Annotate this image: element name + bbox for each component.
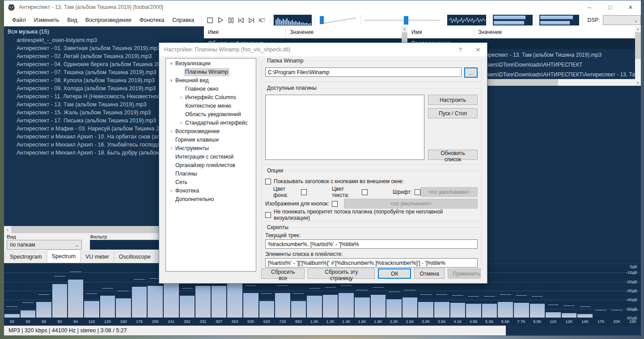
frequency-label: 850 (291, 318, 307, 326)
tree-leaf-dash: ·· (169, 161, 174, 170)
tab-vu-meter[interactable]: VU meter (80, 251, 114, 262)
visualization-tabs: SpectrogramSpectrumVU meterOscilloscope (4, 250, 175, 262)
show-title-checkbox[interactable] (265, 179, 271, 184)
button-images-default-button[interactable]: <по умолчанию> (344, 199, 478, 209)
tree-item-сеть[interactable]: ··Сеть (166, 178, 256, 187)
tree-item-горячие-клавиши[interactable]: ··Горячие клавиши (166, 136, 256, 144)
seek-handle[interactable] (404, 16, 408, 25)
tree-item-стандартный-интерфейс[interactable]: >Стандартный интерфейс (166, 119, 256, 127)
priority-checkbox[interactable] (265, 212, 271, 218)
pause-button[interactable] (226, 15, 236, 25)
location-vscrollbar[interactable]: ∧ ∨ (635, 26, 641, 86)
app-icon (8, 4, 15, 11)
help-button[interactable]: ? (451, 43, 469, 56)
button-images-checkbox[interactable] (332, 201, 338, 207)
tree-item-фонотека[interactable]: >Фонотека (166, 187, 256, 195)
tree-item-интерфейс-columns[interactable]: >Интерфейс Columns (166, 93, 256, 102)
spectrum-peak-indicator (341, 285, 352, 286)
view-dropdown[interactable]: по папкам ⌄ (7, 240, 82, 250)
tree-item-контекстное-меню[interactable]: ··Контекстное меню (166, 102, 256, 110)
tab-spectrogram[interactable]: Spectrogram (5, 251, 47, 262)
tree-item-инструменты[interactable]: >Инструменты (166, 144, 256, 153)
dsp-label: DSP: (588, 17, 600, 23)
scrollbar-thumb[interactable] (11, 226, 165, 233)
current-track-label: Текущий трек: (265, 232, 478, 239)
tree-item-визуализации[interactable]: ∨Визуализации (166, 59, 256, 68)
column-value[interactable]: Значение (474, 29, 502, 35)
font-default-button[interactable]: <по умолчанию> (420, 187, 478, 197)
tree-item-плагины[interactable]: ··Плагины (166, 170, 256, 178)
column-name[interactable]: Имя (407, 29, 474, 35)
menu-item-Файл[interactable]: Файл (8, 17, 30, 23)
scroll-down-icon[interactable]: ∨ (635, 80, 641, 86)
tree-item-воспроизведение[interactable]: >Воспроизведение (166, 127, 256, 136)
tree-item-главное-окно[interactable]: ··Главное окно (166, 85, 256, 93)
next-track-button[interactable] (246, 15, 257, 25)
configure-plugin-button[interactable]: Настроить (428, 95, 478, 105)
tree-leaf-dash: ·· (178, 102, 184, 110)
tree-collapsed-icon[interactable]: > (169, 144, 174, 153)
refresh-plugins-button[interactable]: Обновить список (428, 150, 478, 160)
tree-item-интеграция-с-системой[interactable]: ··Интеграция с системой (166, 153, 256, 161)
start-stop-plugin-button[interactable]: Пуск / Стоп (428, 108, 478, 118)
tree-collapsed-icon[interactable]: > (169, 127, 174, 136)
text-color-checkbox[interactable] (362, 189, 368, 195)
tree-label: Контекстное меню (184, 102, 233, 110)
tree-expanded-icon[interactable]: ∨ (169, 76, 174, 85)
menu-item-Изменить[interactable]: Изменить (30, 17, 63, 23)
db-axis-label: -60дБ (626, 315, 637, 320)
scroll-up-icon[interactable]: ∧ (635, 26, 641, 32)
font-checkbox[interactable] (415, 189, 420, 195)
column-name[interactable]: Имя (204, 29, 285, 35)
reset-all-button[interactable]: Сбросить все (261, 268, 305, 279)
tree-collapsed-icon[interactable]: > (178, 93, 184, 102)
frequency-label: 726 (275, 318, 291, 326)
tree-label: Горячие клавиши (174, 136, 220, 144)
menu-item-Воспроизведение[interactable]: Воспроизведение (81, 17, 136, 23)
apply-button[interactable]: Применить (448, 268, 481, 279)
seek-track[interactable] (364, 20, 441, 21)
scroll-left-icon[interactable]: ‹ (4, 227, 11, 232)
tree-item-органайзер-плейлистов[interactable]: ··Органайзер плейлистов (166, 161, 256, 170)
scroll-up-icon[interactable]: ∧ (402, 26, 407, 32)
tab-oscilloscope[interactable]: Oscilloscope (114, 251, 156, 262)
tree-collapsed-icon[interactable]: > (169, 187, 174, 195)
playlist-script-input[interactable] (265, 258, 478, 268)
tree-item-дополнительно[interactable]: ··Дополнительно (166, 195, 256, 204)
tree-collapsed-icon[interactable]: > (178, 119, 184, 127)
reset-page-button[interactable]: Сбросить эту страницу (308, 268, 375, 279)
winamp-folder-input[interactable] (265, 67, 462, 77)
volume-slider[interactable] (318, 15, 357, 25)
frequency-label: 331 (195, 318, 211, 326)
current-track-script-input[interactable] (265, 239, 478, 249)
spectrum-bar (355, 297, 370, 318)
cancel-button[interactable]: Отмена (414, 268, 445, 279)
ok-button[interactable]: ОК (378, 268, 411, 279)
minimize-button[interactable]: – (579, 0, 600, 14)
close-button[interactable]: ✕ (620, 0, 641, 14)
menu-item-Вид[interactable]: Вид (63, 17, 81, 23)
tree-item-внешний-вид[interactable]: ∨Внешний вид (166, 76, 256, 85)
tree-item-плагины-winamp[interactable]: ··Плагины Winamp (166, 68, 256, 76)
tree-item-область-уведомлений[interactable]: ··Область уведомлений (166, 110, 256, 119)
db-axis-label: -20дБ (626, 279, 637, 284)
play-button[interactable] (215, 15, 225, 25)
column-value[interactable]: Значение (286, 29, 314, 35)
library-root[interactable]: Вся музыка (15) (4, 28, 204, 36)
dsp-dropdown[interactable]: ⌄ (603, 15, 641, 25)
browse-button[interactable]: ... (464, 67, 478, 78)
dialog-close-button[interactable]: ✕ (469, 43, 487, 56)
tab-spectrum[interactable]: Spectrum (47, 250, 81, 262)
tree-expanded-icon[interactable]: ∨ (169, 59, 174, 68)
seek-slider[interactable] (364, 20, 441, 21)
menu-item-Справка[interactable]: Справка (168, 17, 198, 23)
plugins-listbox[interactable] (265, 95, 424, 160)
library-hscrollbar[interactable]: ‹ (4, 226, 175, 233)
maximize-button[interactable]: □ (600, 0, 620, 14)
scrollbar-thumb[interactable] (635, 32, 641, 59)
previous-track-button[interactable] (236, 15, 246, 25)
menu-item-Фонотека[interactable]: Фонотека (136, 17, 168, 23)
stop-button[interactable] (205, 15, 215, 25)
bg-color-checkbox[interactable] (301, 189, 307, 195)
playback-order-button[interactable]: ? (257, 15, 267, 25)
